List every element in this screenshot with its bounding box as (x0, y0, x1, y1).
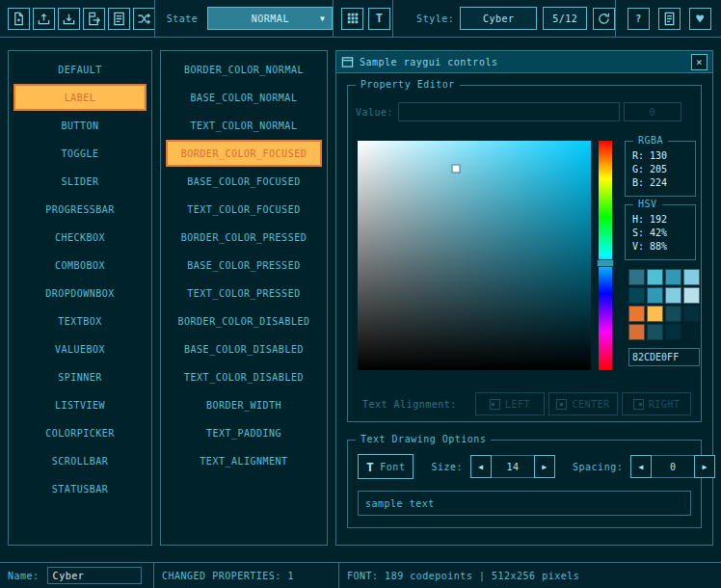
state-dropdown[interactable]: NORMAL ▼ (207, 7, 333, 30)
spacing-increase-button[interactable]: ▶ (694, 455, 715, 478)
list-item[interactable]: TEXT_COLOR_FOCUSED (166, 196, 322, 223)
list-item[interactable]: DEFAULT (13, 56, 147, 83)
align-center-label: CENTER (572, 399, 609, 410)
size-increase-button[interactable]: ▶ (534, 455, 555, 478)
style-index-value: 5/12 (552, 13, 577, 24)
hue-slider-cursor[interactable] (597, 259, 614, 267)
state-label: State (167, 13, 199, 24)
style-index-button[interactable]: 5/12 (543, 7, 587, 30)
align-left-label: LEFT (505, 399, 530, 410)
text-tool-button[interactable]: T (368, 8, 390, 30)
style-sheet-icon (112, 12, 126, 26)
file-save-button[interactable] (58, 8, 80, 30)
about-button[interactable] (658, 8, 681, 30)
value-counter-box: 0 (624, 102, 681, 121)
controls-grid-button[interactable] (341, 8, 363, 30)
color-picker-panel[interactable] (358, 141, 591, 370)
color-swatch[interactable] (647, 287, 663, 304)
list-item[interactable]: VALUEBOX (13, 335, 147, 362)
style-name-textbox[interactable]: Cyber (47, 567, 142, 584)
list-item[interactable]: LISTVIEW (13, 391, 147, 418)
style-name-button[interactable]: Cyber (460, 7, 537, 30)
window-close-button[interactable]: × (691, 54, 708, 70)
help-icon: ? (635, 13, 642, 24)
file-toolbar-group (0, 8, 154, 30)
align-right-toggle: RIGHT (622, 392, 691, 415)
list-item[interactable]: DROPDOWNBOX (13, 280, 147, 307)
list-item[interactable]: SLIDER (13, 168, 147, 195)
list-item-selected[interactable]: BORDER_COLOR_FOCUSED (166, 140, 322, 167)
file-open-button[interactable] (33, 8, 55, 30)
rgba-r-value: R: 130 (632, 149, 695, 163)
statusbar: Name: Cyber CHANGED PROPERTIES: 1 FONT: … (0, 562, 721, 588)
style-sheet-button[interactable] (108, 8, 130, 30)
style-random-button[interactable] (133, 8, 155, 30)
list-item[interactable]: TEXT_PADDING (166, 419, 322, 446)
hue-slider[interactable] (599, 141, 612, 370)
window-titlebar[interactable]: Sample raygui controls × (336, 51, 712, 73)
window-icon (341, 56, 354, 68)
list-item[interactable]: BASE_COLOR_PRESSED (166, 252, 322, 279)
help-button[interactable]: ? (628, 8, 650, 30)
list-item[interactable]: TEXT_ALIGNMENT (166, 447, 322, 474)
list-item[interactable]: COMBOBOX (13, 252, 147, 279)
list-item[interactable]: BORDER_WIDTH (166, 391, 322, 418)
list-item[interactable]: TEXTBOX (13, 307, 147, 334)
color-swatch[interactable] (647, 269, 663, 285)
style-reload-button[interactable] (593, 8, 615, 30)
sample-text-textbox[interactable]: sample text (358, 491, 691, 516)
align-left-toggle: LEFT (475, 392, 545, 415)
style-random-icon (137, 12, 151, 26)
list-item[interactable]: BORDER_COLOR_DISABLED (166, 307, 322, 334)
list-item[interactable]: PROGRESSBAR (13, 196, 147, 223)
spacing-value-box[interactable]: 0 (652, 455, 694, 478)
list-item-selected[interactable]: LABEL (13, 84, 147, 111)
color-swatch[interactable] (683, 324, 700, 340)
color-swatch[interactable] (665, 306, 681, 322)
hsv-title: HSV (633, 199, 662, 209)
color-swatch[interactable] (647, 306, 663, 322)
list-item[interactable]: TOGGLE (13, 140, 147, 167)
list-item[interactable]: BORDER_COLOR_PRESSED (166, 224, 322, 251)
color-swatch[interactable] (665, 324, 681, 340)
color-swatch[interactable] (683, 269, 700, 285)
color-swatch[interactable] (628, 324, 645, 340)
list-item[interactable]: TEXT_COLOR_PRESSED (166, 280, 322, 307)
color-swatch[interactable] (665, 287, 681, 304)
spacing-decrease-button[interactable]: ◀ (630, 455, 652, 478)
list-item[interactable]: SCROLLBAR (13, 447, 147, 474)
color-swatch[interactable] (628, 269, 645, 285)
list-item[interactable]: BASE_COLOR_DISABLED (166, 335, 322, 362)
close-icon: × (696, 56, 703, 68)
list-item[interactable]: SPINNER (13, 363, 147, 390)
color-picker-cursor[interactable] (452, 165, 459, 172)
size-decrease-button[interactable]: ◀ (470, 455, 492, 478)
list-item[interactable]: BASE_COLOR_NORMAL (166, 84, 322, 111)
arrow-right-icon: ▶ (703, 463, 708, 471)
color-swatch[interactable] (647, 324, 663, 340)
list-item[interactable]: BORDER_COLOR_NORMAL (166, 56, 322, 83)
sponsor-heart-icon: ♥ (696, 13, 704, 25)
list-item[interactable]: BUTTON (13, 112, 147, 139)
align-left-icon (490, 399, 500, 410)
color-swatch[interactable] (683, 306, 700, 322)
toolbar: State NORMAL ▼ T Style: Cyber 5/12 (0, 0, 721, 38)
hex-value-textbox[interactable]: 82CDE0FF (628, 348, 700, 366)
color-swatch[interactable] (628, 287, 645, 304)
list-item[interactable]: CHECKBOX (13, 224, 147, 251)
sponsor-button[interactable]: ♥ (689, 8, 711, 30)
color-swatch[interactable] (665, 269, 681, 285)
font-button[interactable]: T Font (358, 454, 414, 479)
size-value-box[interactable]: 14 (492, 455, 534, 478)
color-swatch[interactable] (628, 306, 645, 322)
list-item[interactable]: COLORPICKER (13, 419, 147, 446)
list-item[interactable]: TEXT_COLOR_DISABLED (166, 363, 322, 390)
hsv-h-value: H: 192 (632, 213, 695, 227)
list-item[interactable]: TEXT_COLOR_NORMAL (166, 112, 322, 139)
style-reload-icon (597, 12, 611, 26)
file-new-button[interactable] (8, 8, 30, 30)
color-swatch[interactable] (683, 287, 700, 304)
list-item[interactable]: STATUSBAR (13, 475, 147, 502)
list-item[interactable]: BASE_COLOR_FOCUSED (166, 168, 322, 195)
file-export-button[interactable] (83, 8, 105, 30)
